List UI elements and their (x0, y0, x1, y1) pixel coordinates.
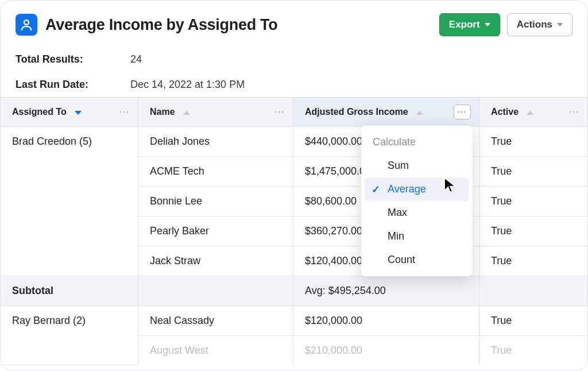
meta-label: Last Run Date: (16, 79, 130, 91)
col-header-active[interactable]: Active ··· (479, 98, 587, 126)
col-header-label: Active (491, 107, 519, 117)
calc-option-sum[interactable]: Sum (361, 154, 473, 177)
cell-name: Deliah Jones (138, 127, 293, 156)
col-header-label: Name (150, 107, 175, 117)
sort-asc-icon (527, 111, 533, 115)
actions-button-label: Actions (517, 19, 552, 30)
cell-name: Jack Straw (138, 246, 293, 276)
svg-point-0 (24, 20, 29, 25)
column-menu-button[interactable]: ··· (454, 105, 471, 119)
meta-value: 24 (130, 53, 142, 65)
meta-value: Dec 14, 2022 at 1:30 PM (130, 79, 245, 91)
cell-income: $210,000.00 (293, 336, 479, 365)
col-header-income[interactable]: Adjusted Gross Income ··· (293, 98, 479, 126)
group-block: Brad Creedon (5) Deliah Jones $440,000.0… (1, 127, 587, 276)
subtotal-label: Subtotal (1, 276, 138, 306)
cell-active: True (479, 127, 587, 156)
group-block: Ray Bernard (2) Neal Cassady $120,000.00… (1, 306, 587, 365)
meta-last-run: Last Run Date: Dec 14, 2022 at 1:30 PM (16, 72, 572, 97)
more-icon[interactable]: ··· (119, 107, 130, 117)
sort-desc-icon (75, 111, 82, 115)
col-header-assigned-to[interactable]: Assigned To ··· (1, 98, 138, 126)
calc-option-count[interactable]: Count (361, 248, 473, 272)
data-grid: Assigned To ··· Name ··· Adjusted Gross … (1, 97, 587, 365)
person-icon (16, 14, 37, 36)
cell-income: $120,000.00 (293, 306, 479, 335)
sort-asc-icon (183, 111, 190, 115)
cell-active: True (479, 246, 587, 276)
col-header-label: Adjusted Gross Income (305, 107, 408, 117)
cell-name: Bonnie Lee (138, 187, 293, 216)
report-meta: Total Results: 24 Last Run Date: Dec 14,… (1, 43, 587, 97)
subtotal-empty (479, 276, 587, 306)
calc-option-label: Average (388, 183, 426, 195)
actions-button[interactable]: Actions (507, 13, 572, 36)
calc-option-average[interactable]: ✓ Average (365, 177, 469, 201)
cell-name: Neal Cassady (138, 306, 293, 335)
grid-header-row: Assigned To ··· Name ··· Adjusted Gross … (1, 98, 587, 127)
export-button-label: Export (449, 19, 480, 30)
meta-label: Total Results: (16, 53, 130, 65)
caret-down-icon (485, 23, 490, 26)
calc-option-min[interactable]: Min (361, 225, 473, 248)
subtotal-row: Subtotal Avg: $495,254.00 (1, 276, 587, 306)
cell-active: True (479, 306, 587, 335)
calculate-menu: Calculate Sum ✓ Average Max Min Count (361, 126, 473, 276)
calc-option-max[interactable]: Max (361, 201, 473, 225)
title-wrap: Average Income by Assigned To (16, 14, 439, 36)
check-icon: ✓ (372, 183, 380, 196)
subtotal-empty (138, 276, 293, 306)
group-label[interactable]: Ray Bernard (2) (1, 306, 138, 365)
caret-down-icon (557, 23, 563, 26)
calculate-menu-title: Calculate (361, 133, 473, 154)
report-header: Average Income by Assigned To Export Act… (1, 1, 587, 43)
page-title: Average Income by Assigned To (45, 16, 277, 34)
cell-name: Pearly Baker (138, 217, 293, 246)
subtotal-value: Avg: $495,254.00 (293, 276, 479, 306)
cell-active: True (479, 157, 587, 186)
meta-total-results: Total Results: 24 (16, 47, 572, 72)
cell-name: August West (138, 336, 293, 365)
group-rows: Neal Cassady $120,000.00 True August Wes… (138, 306, 587, 365)
report-frame: Average Income by Assigned To Export Act… (0, 0, 588, 371)
more-icon[interactable]: ··· (569, 107, 579, 117)
col-header-label: Assigned To (12, 107, 67, 117)
cell-active: True (479, 336, 587, 365)
cell-active: True (479, 187, 587, 216)
more-icon[interactable]: ··· (274, 107, 285, 117)
group-label[interactable]: Brad Creedon (5) (1, 127, 138, 276)
table-row: August West $210,000.00 True (138, 336, 587, 365)
cell-active: True (479, 217, 587, 246)
cell-name: ACME Tech (138, 157, 293, 186)
export-button[interactable]: Export (439, 13, 500, 36)
sort-asc-icon (416, 111, 423, 115)
table-row: Neal Cassady $120,000.00 True (138, 306, 587, 336)
col-header-name[interactable]: Name ··· (138, 98, 293, 126)
